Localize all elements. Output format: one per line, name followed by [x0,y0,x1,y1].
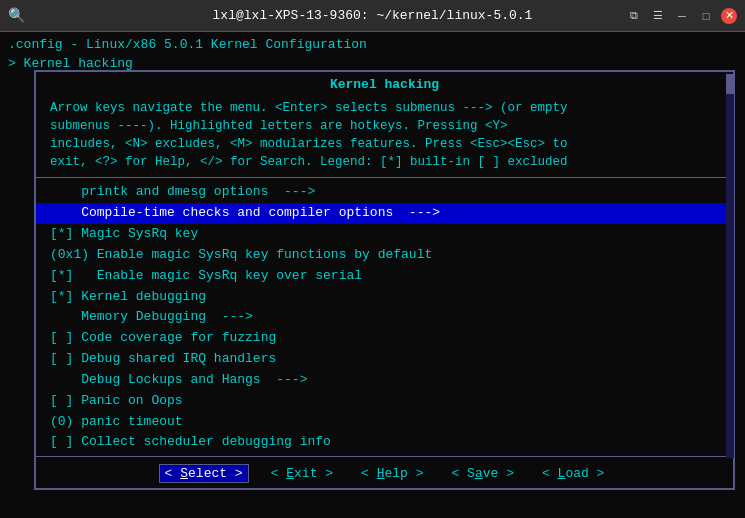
titlebar-left: 🔍 [8,7,25,24]
load-btn[interactable]: < Load > [536,464,610,483]
menu-item-memory-debug[interactable]: Memory Debugging ---> [36,307,733,328]
menu-item-panic-timeout[interactable]: (0) panic timeout [36,412,733,433]
hotkey-char: a [475,466,483,481]
minimize-button[interactable]: ─ [673,7,691,25]
titlebar-controls: ⧉ ☰ ─ □ ✕ [625,7,737,25]
menu-item-sysrq-functions[interactable]: (0x1) Enable magic SysRq key functions b… [36,245,733,266]
hotkey-char: S [180,466,188,481]
menu-item-compile-time[interactable]: Compile-time checks and compiler options… [36,203,733,224]
dialog-help: Arrow keys navigate the menu. <Enter> se… [36,97,733,178]
picture-in-picture-icon[interactable]: ⧉ [625,7,643,25]
terminal: .config - Linux/x86 5.0.1 Kernel Configu… [0,32,745,518]
help-line-2: submenus ----). Highlighted letters are … [50,117,719,135]
menu-item-sched-debug[interactable]: [ ] Collect scheduler debugging info [36,432,733,453]
dialog-footer: < Select >< Exit >< Help >< Save >< Load… [36,457,733,488]
window-title: lxl@lxl-XPS-13-9360: ~/kernel/linux-5.0.… [213,8,533,23]
maximize-button[interactable]: □ [697,7,715,25]
menu-item-kernel-debug[interactable]: [*] Kernel debugging [36,287,733,308]
scrollbar-thumb[interactable] [726,74,734,94]
menu-item-debug-irq[interactable]: [ ] Debug shared IRQ handlers [36,349,733,370]
select-btn[interactable]: < Select > [159,464,249,483]
search-icon[interactable]: 🔍 [8,7,25,24]
kernel-hacking-dialog: Kernel hacking Arrow keys navigate the m… [34,70,735,490]
menu-item-sysrq-serial[interactable]: [*] Enable magic SysRq key over serial [36,266,733,287]
help-line-4: exit, <?> for Help, </> for Search. Lege… [50,153,719,171]
titlebar: 🔍 lxl@lxl-XPS-13-9360: ~/kernel/linux-5.… [0,0,745,32]
help-line-3: includes, <N> excludes, <M> modularizes … [50,135,719,153]
dialog-title: Kernel hacking [36,72,733,97]
section-label: Kernel hacking [24,56,133,71]
menu-item-magic-sysrq[interactable]: [*] Magic SysRq key [36,224,733,245]
hamburger-icon[interactable]: ☰ [649,7,667,25]
hotkey-char: H [377,466,385,481]
menu-list: printk and dmesg options ---> Compile-ti… [36,177,733,457]
menu-item-printk[interactable]: printk and dmesg options ---> [36,182,733,203]
breadcrumb-line: .config - Linux/x86 5.0.1 Kernel Configu… [0,36,745,55]
menu-item-code-coverage[interactable]: [ ] Code coverage for fuzzing [36,328,733,349]
help-btn[interactable]: < Help > [355,464,429,483]
close-button[interactable]: ✕ [721,8,737,24]
hotkey-char: L [558,466,566,481]
menu-item-panic-oops[interactable]: [ ] Panic on Oops [36,391,733,412]
save-btn[interactable]: < Save > [446,464,520,483]
help-line-1: Arrow keys navigate the menu. <Enter> se… [50,99,719,117]
hotkey-char: E [286,466,294,481]
exit-btn[interactable]: < Exit > [265,464,339,483]
scrollbar[interactable] [726,74,734,458]
menu-item-debug-lockups[interactable]: Debug Lockups and Hangs ---> [36,370,733,391]
breadcrumb: .config - Linux/x86 5.0.1 Kernel Configu… [8,37,367,52]
